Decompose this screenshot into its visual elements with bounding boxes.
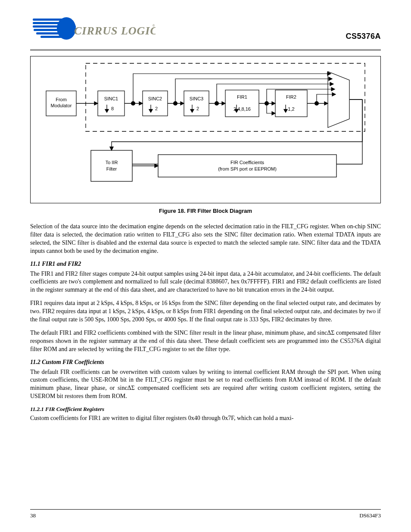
svg-text:Modulator: Modulator xyxy=(51,103,72,108)
svg-text:1,2: 1,2 xyxy=(288,106,294,112)
svg-marker-60 xyxy=(272,112,275,115)
svg-text:CIRRUS LOGIC: CIRRUS LOGIC xyxy=(74,25,156,37)
header-rule xyxy=(30,49,381,51)
svg-marker-47 xyxy=(272,102,275,105)
svg-marker-16 xyxy=(328,72,349,128)
svg-text:FIR2: FIR2 xyxy=(286,94,296,100)
svg-text:FIR1: FIR1 xyxy=(237,94,247,100)
svg-marker-41 xyxy=(139,102,143,105)
doc-id: DS634F3 xyxy=(359,512,381,519)
svg-text:(from SPI port or EEPROM): (from SPI port or EEPROM) xyxy=(218,166,277,171)
heading-fir12: 11.1 FIR1 and FIR2 xyxy=(30,261,381,268)
svg-text:SINC1: SINC1 xyxy=(104,96,118,101)
svg-rect-63 xyxy=(158,155,336,177)
svg-marker-39 xyxy=(94,102,98,105)
svg-rect-62 xyxy=(91,150,132,181)
figure-18: From Modulator SINC18 SINC22 SINC32 FIR1… xyxy=(30,56,381,203)
para-4: The default FIR1 and FIR2 coefficients c… xyxy=(30,329,381,354)
part-number: CS5376A xyxy=(346,32,381,41)
figure-caption: Figure 18. FIR Filter Block Diagram xyxy=(30,208,381,214)
svg-marker-43 xyxy=(181,102,184,105)
page-number: 38 xyxy=(30,512,36,519)
svg-point-6 xyxy=(57,17,76,40)
para-1: Selection of the data source into the de… xyxy=(30,223,381,255)
svg-rect-13 xyxy=(184,91,209,116)
svg-text:2: 2 xyxy=(155,106,158,111)
svg-marker-49 xyxy=(324,102,328,105)
svg-marker-70 xyxy=(155,164,158,168)
heading-custom: 11.2 Custom FIR Coefficients xyxy=(30,359,381,366)
svg-rect-11 xyxy=(98,91,125,116)
svg-text:®: ® xyxy=(153,24,155,27)
svg-text:To IIR: To IIR xyxy=(106,160,118,165)
svg-text:FIR Coefficients: FIR Coefficients xyxy=(230,160,265,165)
fig-block-mod: From xyxy=(56,97,67,102)
para-3: FIR1 requires data input at 2 kSps, 4 kS… xyxy=(30,299,381,324)
body-text: Selection of the data source into the de… xyxy=(30,223,381,423)
page-footer: 38 DS634F3 xyxy=(30,509,381,519)
svg-rect-12 xyxy=(143,91,168,116)
svg-text:2: 2 xyxy=(196,106,199,111)
svg-text:SINC2: SINC2 xyxy=(148,96,162,101)
para-6: Custom coefficients for FIR1 are written… xyxy=(30,414,381,423)
svg-marker-68 xyxy=(110,147,113,150)
svg-marker-45 xyxy=(222,102,225,105)
svg-text:8: 8 xyxy=(111,106,114,111)
para-5: The default FIR coefficients can be over… xyxy=(30,368,381,401)
cirrus-logic-logo: CIRRUS LOGIC ® xyxy=(33,16,156,43)
svg-text:Filter: Filter xyxy=(106,166,117,171)
para-2: The FIR1 and FIR2 filter stages compute … xyxy=(30,270,381,295)
svg-text:SINC3: SINC3 xyxy=(190,96,203,101)
heading-custom1: 11.2.1 FIR Coefficient Registers xyxy=(30,406,381,413)
